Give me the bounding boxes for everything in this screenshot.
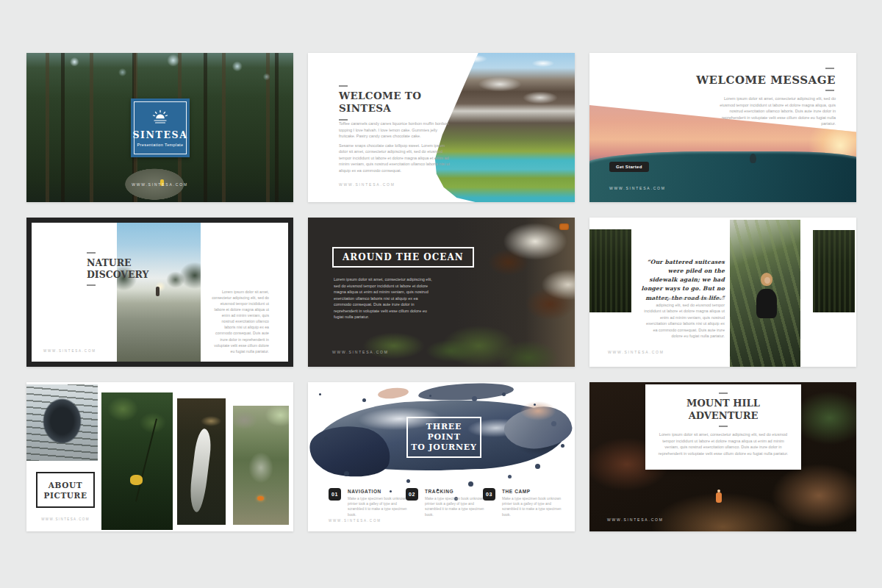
divider (825, 68, 834, 69)
waterfall-photo (177, 398, 226, 525)
slide-title-frame: ABOUT PICTURE (36, 472, 95, 508)
point-title: TRACKING (425, 488, 479, 494)
website-url: WWW.SINTESA.COM (607, 517, 664, 522)
slide-title: WELCOME TO SINTESA (339, 90, 421, 115)
number-badge: 03 (483, 488, 495, 501)
treetops-photo (351, 320, 495, 367)
list-item-the-camp: 03 THE CAMP Make a type specimen book un… (483, 488, 556, 517)
slide-welcome-message-thumbnail[interactable]: WELCOME MESSAGE Lorem ipsum dolor sit am… (589, 53, 856, 202)
portrait-face (764, 277, 770, 284)
sunrise-over-water-icon (151, 110, 170, 127)
divider (87, 284, 96, 286)
website-url: WWW.SINTESA.COM (43, 349, 96, 353)
slide-title-frame: THREE POINT TO JOURNEY (406, 417, 481, 458)
campfire-flame (257, 496, 264, 501)
brand-logo-border: SINTESA Presentation Template (134, 101, 187, 154)
website-url: WWW.SINTESA.COM (608, 350, 664, 354)
paragraph: Sesame snaps chocolate cake lollipop swe… (339, 143, 451, 174)
watercolor-splash (418, 382, 514, 402)
point-description: Make a type specimen book unknown printe… (348, 496, 412, 517)
slide-mount-hill-thumbnail[interactable]: MOUNT HILL ADVENTURE Lorem ipsum dolor s… (589, 382, 856, 531)
slide-title-line2: PICTURE (43, 490, 87, 501)
slide-title-line2: ADVENTURE (686, 409, 760, 422)
brand-logo-box: SINTESA Presentation Template (131, 98, 190, 157)
website-url: WWW.SINTESA.COM (36, 517, 95, 521)
slide-body-text: Lorem ipsum dolor sit amet, consectetur … (712, 96, 836, 127)
slide-body-text: Lorem ipsum dolor sit amet, consectetur … (212, 289, 269, 354)
slide-title: THREE POINT TO JOURNEY (409, 422, 478, 453)
slide-quote-thumbnail[interactable]: “Our battered suitcases were piled on th… (589, 218, 856, 367)
point-title: NAVIGATION (348, 488, 402, 494)
climber-head (717, 490, 720, 492)
ink-dots (319, 393, 321, 395)
mountain-lake-photo (431, 53, 575, 202)
point-description: Make a type specimen book unknown printe… (502, 496, 567, 517)
slide-title-line2: TO JOURNEY (409, 442, 478, 453)
slide-welcome-thumbnail[interactable]: WELCOME TO SINTESA Toffee caramels candy… (308, 53, 575, 202)
website-url: WWW.SINTESA.COM (339, 182, 395, 187)
raft-figure (559, 223, 569, 230)
divider (825, 90, 834, 91)
slide-nature-discovery-thumbnail[interactable]: NATURE DISCOVERY Lorem ipsum dolor sit a… (26, 218, 293, 367)
hooded-person-photo (26, 384, 98, 461)
slide-title-line2: DISCOVERY (87, 269, 149, 281)
slide-content-card: MOUNT HILL ADVENTURE Lorem ipsum dolor s… (645, 384, 801, 470)
slide-cover-thumbnail[interactable]: SINTESA Presentation Template WWW.SINTES… (26, 53, 293, 202)
number-badge: 01 (329, 488, 341, 501)
portrait-top (756, 289, 777, 318)
slide-title: ABOUT PICTURE (43, 480, 87, 501)
slide-body-text: Lorem ipsum dolor sit amet, consectetur … (642, 295, 725, 340)
divider (719, 426, 728, 427)
list-item-navigation: 01 NAVIGATION Make a type specimen book … (329, 488, 402, 517)
get-started-button[interactable]: Get Started (609, 162, 649, 172)
slide-title: WELCOME MESSAGE (696, 74, 836, 87)
campfire-photo (233, 406, 289, 525)
waterfall-cascade (187, 428, 213, 512)
slide-title-line1: ABOUT (43, 480, 87, 490)
yellow-shirt-figure (130, 475, 143, 485)
climber-figure (716, 492, 722, 503)
list-item-tracking: 02 TRACKING Make a type specimen book un… (406, 488, 479, 517)
slide-body-text: Lorem ipsum dolor sit amet, consectetur … (334, 276, 435, 320)
template-preview-grid: SINTESA Presentation Template WWW.SINTES… (0, 0, 882, 588)
slide-about-picture-thumbnail[interactable]: ABOUT PICTURE WWW.SINTESA.COM (26, 382, 293, 531)
slide-body-text: Lorem ipsum dolor sit amet, consectetur … (658, 431, 789, 456)
standing-person-figure (156, 287, 159, 296)
divider (719, 392, 728, 394)
brand-name: SINTESA (132, 129, 187, 140)
slide-title-frame: AROUND THE OCEAN (332, 247, 474, 268)
point-title: THE CAMP (502, 488, 556, 494)
slide-title: NATURE DISCOVERY (87, 257, 149, 281)
slide-body-text: Toffee caramels candy canes liquorice bo… (339, 121, 451, 176)
woman-portrait-photo (730, 220, 800, 367)
website-url: WWW.SINTESA.COM (609, 186, 666, 190)
brand-tagline: Presentation Template (137, 143, 183, 147)
surfer-silhouette (750, 154, 756, 163)
slide-around-ocean-thumbnail[interactable]: AROUND THE OCEAN Lorem ipsum dolor sit a… (308, 218, 575, 367)
slide-title-line1: THREE POINT (409, 422, 478, 442)
slide-title: MOUNT HILL ADVENTURE (686, 397, 760, 422)
watercolor-splash (520, 401, 556, 420)
slide-title-line1: WELCOME TO (339, 90, 421, 102)
slide-title-line1: MOUNT HILL (686, 397, 760, 409)
slide-three-point-thumbnail[interactable]: THREE POINT TO JOURNEY 01 NAVIGATION Mak… (308, 382, 575, 531)
point-description: Make a type specimen book unknown printe… (425, 496, 490, 517)
forest-strip-photo-left (589, 229, 631, 312)
walking-pole (135, 418, 157, 501)
slide-title-line2: SINTESA (339, 102, 421, 115)
slide-title: AROUND THE OCEAN (343, 252, 464, 262)
website-url: WWW.SINTESA.COM (329, 519, 381, 523)
forest-strip-photo-right (813, 230, 855, 312)
paragraph: Toffee caramels candy canes liquorice bo… (339, 121, 451, 140)
divider (339, 85, 348, 87)
website-url: WWW.SINTESA.COM (332, 350, 389, 354)
divider (87, 252, 96, 254)
ocean-wave (589, 151, 856, 202)
number-badge: 02 (406, 488, 418, 501)
website-url: WWW.SINTESA.COM (26, 182, 293, 187)
watercolor-splash (377, 387, 409, 400)
slide-title-line1: NATURE (87, 257, 149, 269)
jungle-photo (101, 392, 173, 530)
